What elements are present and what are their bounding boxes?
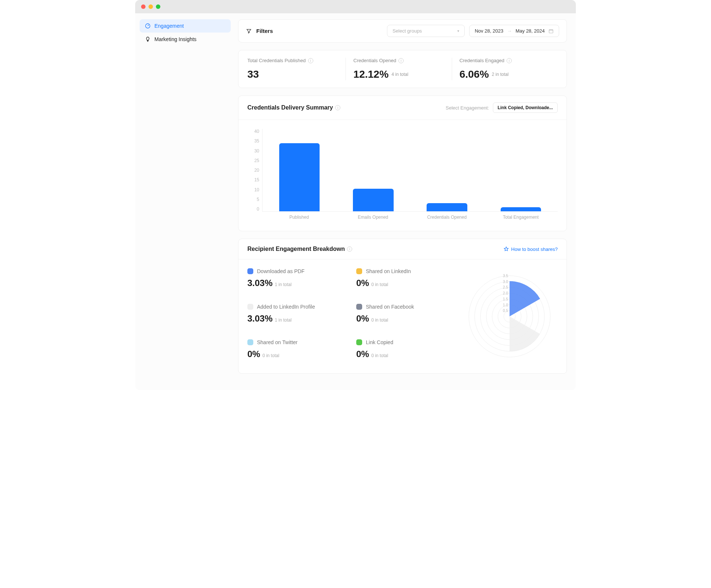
- bar-slot: [410, 129, 484, 211]
- bar: [279, 143, 320, 211]
- breakdown-item: Shared on Facebook 0%0 in total: [356, 304, 450, 329]
- breakdown-sub: 1 in total: [275, 317, 291, 323]
- star-icon: [504, 246, 509, 252]
- filters-bar: Filters Select groups ▾ Nov 28, 2023 → M…: [238, 19, 567, 43]
- breakdown-sub: 0 in total: [371, 317, 388, 323]
- breakdown-label: Shared on Facebook: [366, 304, 414, 310]
- date-range-picker[interactable]: Nov 28, 2023 → May 28, 2024: [469, 25, 559, 37]
- breakdown-title: Recipient Engagement Breakdown: [247, 246, 345, 252]
- breakdown-item: Link Copied 0%0 in total: [356, 339, 450, 364]
- color-swatch: [247, 304, 253, 310]
- breakdown-item: Added to LinkedIn Profile 3.03%1 in tota…: [247, 304, 341, 329]
- svg-rect-1: [549, 29, 553, 33]
- breakdown-pct: 0%: [356, 278, 369, 288]
- x-label: Published: [262, 215, 336, 220]
- maximize-window-button[interactable]: [156, 4, 160, 9]
- stat-value: 12.12%: [353, 68, 388, 80]
- delivery-title: Credentials Delivery Summary: [247, 104, 333, 111]
- stat-label: Credentials Opened: [353, 58, 396, 63]
- stat-block: Credentials Engagedi 6.06%2 in total: [452, 58, 558, 80]
- y-tick: 5: [257, 197, 259, 202]
- stat-value: 6.06%: [460, 68, 489, 80]
- delivery-bar-chart: 4035302520151050 PublishedEmails OpenedC…: [238, 120, 567, 231]
- y-tick: 10: [254, 187, 259, 192]
- close-window-button[interactable]: [141, 4, 146, 9]
- y-tick: 30: [254, 148, 259, 154]
- select-engagement-label: Select Engagement:: [446, 105, 489, 111]
- minimize-window-button[interactable]: [148, 4, 153, 9]
- breakdown-sub: 0 in total: [371, 353, 388, 358]
- bulb-icon: [145, 36, 151, 42]
- stat-value: 33: [247, 68, 259, 80]
- stat-label: Credentials Engaged: [460, 58, 504, 63]
- x-label: Total Engagement: [484, 215, 558, 220]
- svg-text:0.5: 0.5: [503, 309, 508, 313]
- group-select[interactable]: Select groups ▾: [387, 25, 465, 37]
- color-swatch: [356, 339, 362, 345]
- x-label: Credentials Opened: [410, 215, 484, 220]
- sidebar-item-engagement[interactable]: Engagement: [140, 19, 231, 33]
- color-swatch: [247, 268, 253, 274]
- bar-slot: [263, 129, 336, 211]
- color-swatch: [356, 268, 362, 274]
- sidebar-item-label: Engagement: [154, 23, 184, 29]
- color-swatch: [247, 339, 253, 345]
- delivery-summary-card: Credentials Delivery Summary i Select En…: [238, 95, 567, 231]
- date-to: May 28, 2024: [515, 28, 545, 34]
- bar: [353, 189, 394, 211]
- svg-text:3.0: 3.0: [503, 280, 508, 284]
- date-from: Nov 28, 2023: [475, 28, 503, 34]
- breakdown-pct: 0%: [247, 349, 260, 359]
- y-tick: 0: [257, 206, 259, 212]
- sidebar-item-marketing-insights[interactable]: Marketing Insights: [140, 33, 231, 46]
- stat-label: Total Credentials Published: [247, 58, 306, 63]
- breakdown-pct: 0%: [356, 313, 369, 324]
- svg-text:2.5: 2.5: [503, 285, 508, 289]
- breakdown-item: Downloaded as PDF 3.03%1 in total: [247, 268, 341, 293]
- breakdown-pct: 3.03%: [247, 313, 273, 324]
- stat-block: Credentials Openedi 12.12%4 in total: [346, 58, 451, 80]
- info-icon[interactable]: i: [347, 246, 352, 252]
- bar: [427, 203, 467, 211]
- breakdown-item: Shared on Twitter 0%0 in total: [247, 339, 341, 364]
- y-tick: 40: [254, 129, 259, 134]
- calendar-icon: [548, 28, 554, 34]
- boost-shares-link[interactable]: How to boost shares?: [504, 246, 558, 252]
- svg-text:1.0: 1.0: [503, 303, 508, 307]
- breakdown-sub: 1 in total: [275, 282, 291, 287]
- radar-chart: 0.51.01.52.02.53.03.5: [461, 268, 558, 364]
- breakdown-sub: 0 in total: [371, 282, 388, 287]
- svg-text:2.0: 2.0: [503, 291, 508, 295]
- bar-slot: [484, 129, 558, 211]
- y-tick: 25: [254, 158, 259, 163]
- info-icon[interactable]: i: [335, 105, 340, 110]
- sidebar-item-label: Marketing Insights: [154, 36, 197, 42]
- chevron-down-icon: ▾: [457, 29, 459, 33]
- info-icon[interactable]: i: [507, 58, 512, 63]
- y-tick: 15: [254, 177, 259, 182]
- stat-sub: 2 in total: [492, 72, 508, 77]
- y-tick: 20: [254, 168, 259, 173]
- breakdown-label: Downloaded as PDF: [257, 268, 304, 274]
- breakdown-item: Shared on LinkedIn 0%0 in total: [356, 268, 450, 293]
- breakdown-label: Added to LinkedIn Profile: [257, 304, 315, 310]
- stat-sub: 4 in total: [391, 72, 408, 77]
- gauge-icon: [145, 23, 151, 29]
- x-label: Emails Opened: [336, 215, 410, 220]
- engagement-select[interactable]: Link Copied, Downloade...: [493, 103, 558, 113]
- group-select-placeholder: Select groups: [393, 28, 422, 34]
- svg-text:3.5: 3.5: [503, 274, 508, 278]
- breakdown-label: Shared on Twitter: [257, 339, 297, 345]
- bar: [501, 207, 541, 211]
- breakdown-label: Link Copied: [366, 339, 393, 345]
- y-tick: 35: [254, 138, 259, 144]
- filter-icon: [246, 28, 252, 34]
- info-icon[interactable]: i: [398, 58, 404, 63]
- color-swatch: [356, 304, 362, 310]
- stat-block: Total Credentials Publishedi 33: [247, 58, 346, 80]
- breakdown-sub: 0 in total: [263, 353, 279, 358]
- breakdown-card: Recipient Engagement Breakdown i How to …: [238, 239, 567, 374]
- info-icon[interactable]: i: [308, 58, 313, 63]
- sidebar: Engagement Marketing Insights: [135, 13, 235, 390]
- window-titlebar: [135, 0, 576, 13]
